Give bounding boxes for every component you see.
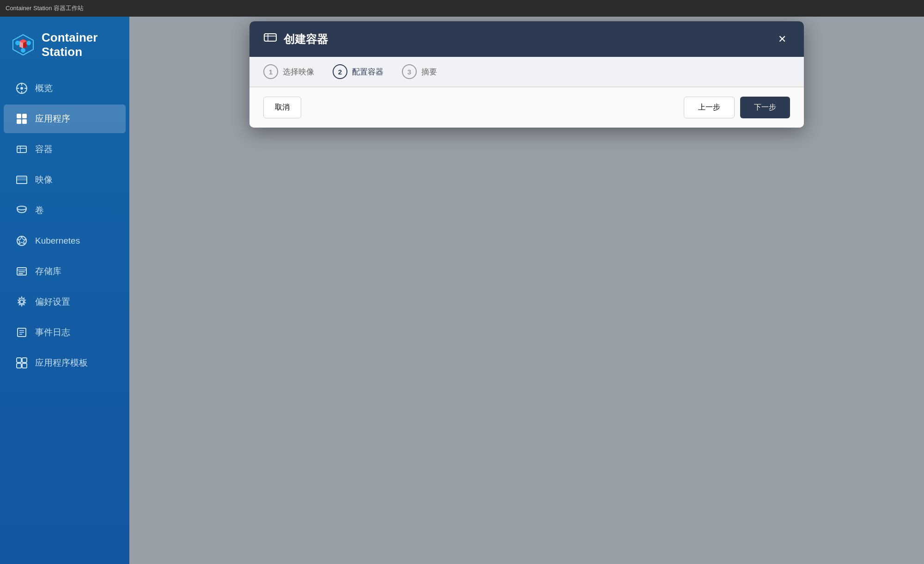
svg-point-6: [20, 87, 23, 90]
sidebar-item-label-eventlog: 事件日志: [35, 326, 70, 338]
svg-rect-36: [22, 363, 27, 368]
sidebar-item-label-registry: 存储库: [35, 265, 61, 277]
registry-icon: [15, 264, 29, 278]
applications-icon: [15, 112, 29, 126]
volumes-icon: [15, 203, 29, 217]
step-3-label: 摘要: [421, 67, 437, 77]
step-2: 2 配置容器: [333, 64, 383, 79]
sidebar-item-label-preferences: 偏好设置: [35, 296, 70, 308]
preferences-icon: [15, 295, 29, 309]
svg-rect-15: [17, 146, 26, 153]
svg-rect-19: [17, 178, 27, 184]
step-3-circle: 3: [402, 64, 417, 79]
modal-footer: 取消 上一步 下一步: [249, 87, 804, 128]
logo-text: Container Station: [42, 31, 118, 59]
svg-rect-34: [22, 358, 27, 362]
step-3: 3 摘要: [402, 64, 437, 79]
svg-rect-26: [18, 271, 25, 272]
sidebar-item-label-overview: 概览: [35, 82, 53, 94]
svg-rect-27: [18, 273, 23, 274]
step-1-label: 选择映像: [283, 67, 314, 77]
svg-rect-13: [17, 119, 21, 124]
svg-rect-14: [22, 119, 27, 124]
sidebar-item-label-containers: 容器: [35, 143, 53, 155]
svg-point-2: [15, 41, 20, 45]
modal-header: 创建容器 ✕: [249, 21, 804, 57]
overview-icon: [15, 81, 29, 95]
modal-overlay: 创建容器 ✕ 1 选择映像 2: [129, 17, 924, 564]
app-body: Container Station 概览 应用程序: [0, 17, 924, 564]
svg-point-4: [21, 48, 25, 53]
sidebar-logo: Container Station: [0, 21, 129, 73]
modal-title-area: 创建容器: [263, 31, 328, 48]
sidebar-item-label-applications: 应用程序: [35, 113, 70, 125]
logo-icon: [11, 33, 35, 57]
sidebar-item-overview[interactable]: 概览: [4, 74, 126, 103]
footer-right-buttons: 上一步 下一步: [684, 97, 790, 118]
sidebar-item-preferences[interactable]: 偏好设置: [4, 288, 126, 316]
sidebar-item-registry[interactable]: 存储库: [4, 257, 126, 286]
sidebar-item-label-kubernetes: Kubernetes: [35, 236, 80, 246]
containers-icon: [15, 142, 29, 156]
next-step-button[interactable]: 下一步: [740, 97, 790, 118]
svg-rect-33: [17, 358, 21, 362]
step-2-circle: 2: [333, 64, 347, 79]
sidebar-item-label-images: 映像: [35, 174, 53, 186]
svg-rect-11: [17, 114, 21, 118]
modal-title-icon: [263, 31, 277, 48]
svg-point-21: [17, 206, 26, 210]
title-bar: Container Station 容器工作站: [0, 0, 924, 17]
create-container-modal: 创建容器 ✕ 1 选择映像 2: [249, 21, 804, 128]
images-icon: [15, 173, 29, 187]
steps-bar: 1 选择映像 2 配置容器 3 摘要: [249, 57, 804, 87]
sidebar-item-label-apptemplates: 应用程序模板: [35, 357, 88, 369]
sidebar-item-volumes[interactable]: 卷: [4, 196, 126, 225]
cancel-button[interactable]: 取消: [263, 97, 301, 118]
prev-step-button[interactable]: 上一步: [684, 97, 735, 118]
svg-point-28: [20, 300, 24, 304]
sidebar-item-applications[interactable]: 应用程序: [4, 104, 126, 133]
main-content: 创建容器 ✕ 1 选择映像 2: [129, 17, 924, 564]
sidebar-item-containers[interactable]: 容器: [4, 135, 126, 164]
kubernetes-icon: [15, 234, 29, 248]
modal-title: 创建容器: [284, 32, 328, 47]
sidebar-nav: 概览 应用程序 容器 映像: [0, 73, 129, 564]
svg-point-22: [17, 236, 26, 245]
svg-rect-35: [17, 363, 21, 368]
sidebar-item-eventlog[interactable]: 事件日志: [4, 318, 126, 347]
step-1: 1 选择映像: [263, 64, 314, 79]
eventlog-icon: [15, 325, 29, 339]
sidebar-item-images[interactable]: 映像: [4, 166, 126, 194]
sidebar-item-kubernetes[interactable]: Kubernetes: [4, 227, 126, 255]
apptemplates-icon: [15, 356, 29, 370]
svg-rect-37: [264, 34, 276, 41]
sidebar-item-label-volumes: 卷: [35, 204, 44, 216]
svg-rect-20: [17, 180, 27, 184]
step-2-label: 配置容器: [352, 67, 383, 77]
title-bar-text: Container Station 容器工作站: [6, 4, 84, 12]
step-1-circle: 1: [263, 64, 278, 79]
svg-point-3: [26, 41, 31, 45]
sidebar-item-apptemplates[interactable]: 应用程序模板: [4, 349, 126, 377]
sidebar: Container Station 概览 应用程序: [0, 17, 129, 564]
svg-rect-12: [22, 114, 27, 118]
modal-close-button[interactable]: ✕: [774, 31, 790, 47]
